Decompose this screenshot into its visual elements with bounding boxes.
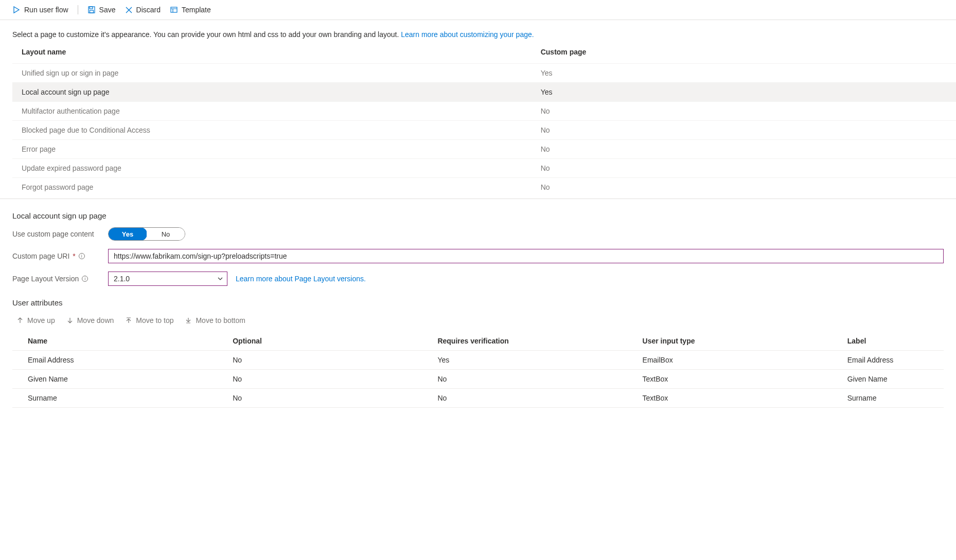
move-bottom-button[interactable]: Move to bottom — [185, 316, 245, 324]
template-button[interactable]: Template — [170, 6, 211, 14]
attr-optional: No — [217, 351, 422, 370]
layout-name: Forgot password page — [12, 178, 532, 197]
info-icon[interactable]: i — [82, 276, 88, 282]
template-label: Template — [182, 6, 211, 14]
description-text: Select a page to customize it's appearan… — [12, 30, 401, 39]
attr-optional: No — [217, 389, 422, 408]
attr-name: Given Name — [12, 370, 217, 389]
attr-label: Surname — [832, 389, 944, 408]
attr-requires: No — [422, 370, 627, 389]
layout-detail-section: Local account sign up page Use custom pa… — [0, 199, 956, 413]
use-custom-label: Use custom page content — [12, 230, 108, 238]
toggle-yes: Yes — [108, 227, 147, 241]
attrs-header-name: Name — [12, 332, 217, 351]
toolbar-separator — [78, 5, 78, 14]
layout-name: Error page — [12, 140, 532, 159]
save-label: Save — [99, 6, 116, 14]
arrow-down-icon — [66, 317, 74, 324]
arrow-up-icon — [16, 317, 24, 324]
layout-name: Update expired password page — [12, 159, 532, 178]
layout-name: Unified sign up or sign in page — [12, 64, 532, 83]
page-description: Select a page to customize it's appearan… — [0, 20, 956, 44]
table-row[interactable]: Surname No No TextBox Surname — [12, 389, 944, 408]
move-top-button[interactable]: Move to top — [125, 316, 173, 324]
run-label: Run user flow — [24, 6, 68, 14]
custom-uri-input[interactable] — [108, 249, 944, 263]
layout-name: Blocked page due to Conditional Access — [12, 121, 532, 140]
template-icon — [170, 6, 178, 14]
attr-name: Surname — [12, 389, 217, 408]
layout-custom: No — [532, 102, 956, 121]
layouts-table: Layout name Custom page Unified sign up … — [12, 44, 956, 196]
attr-label: Given Name — [832, 370, 944, 389]
close-icon — [125, 6, 133, 14]
discard-label: Discard — [136, 6, 161, 14]
version-select[interactable]: 2.1.0 — [108, 272, 227, 286]
layout-name: Multifactor authentication page — [12, 102, 532, 121]
table-row[interactable]: Update expired password pageNo — [12, 159, 956, 178]
attrs-header-row: Name Optional Requires verification User… — [12, 332, 944, 351]
svg-rect-3 — [171, 7, 177, 12]
custom-uri-label-text: Custom page URI — [12, 252, 69, 260]
save-button[interactable]: Save — [87, 6, 116, 14]
attr-input: EmailBox — [627, 351, 832, 370]
table-row[interactable]: Blocked page due to Conditional AccessNo — [12, 121, 956, 140]
detail-title: Local account sign up page — [12, 211, 944, 220]
layouts-header-custom: Custom page — [532, 44, 956, 64]
arrow-top-icon — [125, 317, 132, 324]
version-row: Page Layout Version i 2.1.0 Learn more a… — [12, 272, 944, 286]
move-top-label: Move to top — [136, 316, 173, 324]
attrs-header-optional: Optional — [217, 332, 422, 351]
arrow-bottom-icon — [185, 317, 192, 324]
run-user-flow-button[interactable]: Run user flow — [12, 6, 68, 14]
use-custom-toggle[interactable]: Yes No — [108, 227, 185, 241]
layout-custom: No — [532, 159, 956, 178]
table-row[interactable]: Error pageNo — [12, 140, 956, 159]
table-row[interactable]: Local account sign up pageYes — [12, 83, 956, 102]
layout-name: Local account sign up page — [12, 83, 532, 102]
user-attributes-table: Name Optional Requires verification User… — [12, 332, 944, 408]
attr-label: Email Address — [832, 351, 944, 370]
attr-name: Email Address — [12, 351, 217, 370]
save-icon — [87, 6, 96, 14]
attrs-header-label: Label — [832, 332, 944, 351]
layout-custom: No — [532, 140, 956, 159]
layouts-header-row: Layout name Custom page — [12, 44, 956, 64]
table-row[interactable]: Multifactor authentication pageNo — [12, 102, 956, 121]
learn-more-customizing-link[interactable]: Learn more about customizing your page. — [401, 30, 534, 39]
attr-requires: No — [422, 389, 627, 408]
layout-custom: No — [532, 121, 956, 140]
layout-custom: No — [532, 178, 956, 197]
info-icon[interactable]: i — [79, 253, 85, 259]
toggle-no: No — [147, 228, 185, 240]
layout-custom: Yes — [532, 83, 956, 102]
move-up-button[interactable]: Move up — [16, 316, 55, 324]
custom-uri-row: Custom page URI * i — [12, 249, 944, 263]
attr-input: TextBox — [627, 389, 832, 408]
svg-rect-2 — [90, 10, 93, 13]
command-bar: Run user flow Save Discard Template — [0, 0, 956, 20]
move-up-label: Move up — [27, 316, 55, 324]
user-attributes-heading: User attributes — [12, 298, 944, 307]
version-label: Page Layout Version i — [12, 275, 108, 283]
layouts-header-name: Layout name — [12, 44, 532, 64]
version-learn-more-link[interactable]: Learn more about Page Layout versions. — [236, 275, 366, 283]
move-down-button[interactable]: Move down — [66, 316, 114, 324]
move-down-label: Move down — [77, 316, 114, 324]
table-row[interactable]: Email Address No Yes EmailBox Email Addr… — [12, 351, 944, 370]
table-row[interactable]: Forgot password pageNo — [12, 178, 956, 197]
use-custom-row: Use custom page content Yes No — [12, 227, 944, 241]
move-bottom-label: Move to bottom — [196, 316, 245, 324]
attr-optional: No — [217, 370, 422, 389]
table-row[interactable]: Given Name No No TextBox Given Name — [12, 370, 944, 389]
version-select-button[interactable]: 2.1.0 — [108, 272, 227, 286]
attrs-header-requires: Requires verification — [422, 332, 627, 351]
table-row[interactable]: Unified sign up or sign in pageYes — [12, 64, 956, 83]
layout-custom: Yes — [532, 64, 956, 83]
svg-rect-1 — [90, 7, 93, 9]
move-toolbar: Move up Move down Move to top Move to bo… — [12, 313, 944, 332]
attr-requires: Yes — [422, 351, 627, 370]
attr-input: TextBox — [627, 370, 832, 389]
discard-button[interactable]: Discard — [125, 6, 161, 14]
attrs-header-input: User input type — [627, 332, 832, 351]
